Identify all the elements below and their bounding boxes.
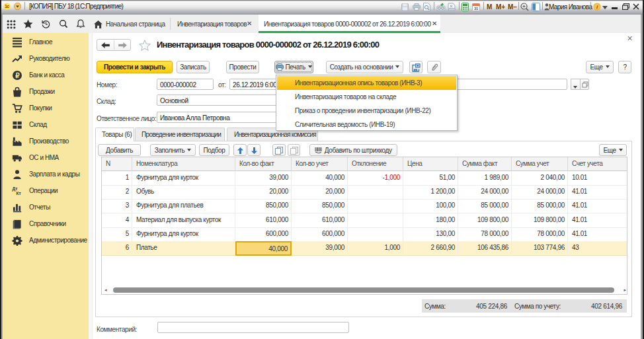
svg-text:₽: ₽ — [15, 72, 20, 79]
svg-text:Кт: Кт — [17, 191, 22, 196]
svg-text:1с: 1с — [5, 4, 9, 9]
